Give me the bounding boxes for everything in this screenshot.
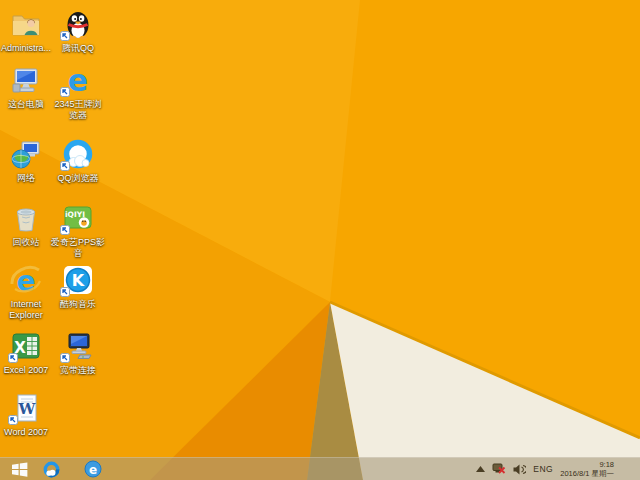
shortcut-arrow-icon [8,353,18,363]
shortcut-arrow-icon [60,31,70,41]
blue-e-browser-icon: e [62,64,94,96]
network-status-icon[interactable] [492,463,506,475]
desktop-icon-tencent-qq[interactable]: 腾讯QQ [46,8,110,54]
desktop-icon-label: 回收站 [13,237,40,248]
desktop-icon-qq-browser[interactable]: QQ浏览器 [46,138,110,184]
broadband-icon [62,330,94,362]
desktop-icon-this-pc[interactable]: 这台电脑 [0,64,52,110]
desktop-icon-iqiyi-pps[interactable]: iQIYI 爱奇艺PPS影 音 [46,202,110,258]
iqiyi-icon: iQIYI [62,202,94,234]
network-globe-icon [10,138,42,170]
desktop-icon-broadband[interactable]: 宽带连接 [46,330,110,376]
user-folder-icon [10,8,42,40]
recycle-bin-icon [10,202,42,234]
network-disconnected-icon [492,463,506,475]
desktop-icon-internet-explorer[interactable]: e Internet Explorer [0,264,52,320]
computer-icon [10,64,42,96]
language-indicator[interactable]: ENG [533,464,553,474]
desktop-icon-2345-browser[interactable]: e 2345王牌浏 览器 [46,64,110,120]
shortcut-arrow-icon [60,87,70,97]
shortcut-arrow-icon [60,225,70,235]
desktop-icon-label: Word 2007 [4,427,48,438]
chevron-up-icon [476,466,485,472]
taskbar: e ENG [0,457,640,480]
desktop-icon-label: Excel 2007 [4,365,49,376]
windows-logo-icon [11,462,28,477]
ie-icon: e [10,264,42,296]
svg-text:e: e [68,64,88,96]
desktop-icon-label: 爱奇艺PPS影 音 [51,237,105,258]
excel-icon: X [10,330,42,362]
svg-text:iQIYI: iQIYI [65,210,85,219]
volume-icon[interactable] [513,464,526,475]
show-desktop-button[interactable] [634,458,640,480]
desktop-icon-label: 腾讯QQ [62,43,94,54]
desktop-icon-recycle-bin[interactable]: 回收站 [0,202,52,248]
qq-penguin-icon [62,8,94,40]
ie-icon: e [84,460,102,478]
speaker-icon [513,464,526,475]
system-tray: ENG 9:18 2016/8/1 星期一 [476,458,640,480]
clock-time: 9:18 [560,460,614,469]
clock[interactable]: 9:18 2016/8/1 星期一 [560,460,614,478]
desktop-icon-label: QQ浏览器 [57,173,98,184]
word-icon: W [10,392,42,424]
shortcut-arrow-icon [8,415,18,425]
svg-text:W: W [18,400,37,418]
shortcut-arrow-icon [60,161,70,171]
clock-date: 2016/8/1 星期一 [560,469,614,478]
show-hidden-icons-button[interactable] [476,466,485,472]
desktop-icon-network[interactable]: 网络 [0,138,52,184]
desktop-icon-label: Internet Explorer [9,299,43,320]
start-button[interactable] [0,458,38,480]
desktop-icon-label: 网络 [17,173,35,184]
desktop-icon-word-2007[interactable]: W Word 2007 [0,392,52,438]
desktop-icon-label: 2345王牌浏 览器 [54,99,101,120]
kugou-icon: K [62,264,94,296]
desktop-icon-label: 宽带连接 [60,365,96,376]
taskbar-button-internet-explorer[interactable]: e [80,458,106,480]
desktop-icon-excel-2007[interactable]: X Excel 2007 [0,330,52,376]
taskbar-button-qq-browser[interactable] [38,458,64,480]
desktop-icon-label: 这台电脑 [8,99,44,110]
desktop: Administra... 腾讯QQ [0,0,640,480]
desktop-icon-kugou-music[interactable]: K 酷狗音乐 [46,264,110,310]
qq-browser-icon [62,138,94,170]
qq-browser-icon [43,461,60,478]
shortcut-arrow-icon [60,353,70,363]
desktop-icon-label: Administra... [1,43,51,54]
svg-text:K: K [72,271,85,290]
desktop-icon-administrator[interactable]: Administra... [0,8,52,54]
desktop-icon-label: 酷狗音乐 [60,299,96,310]
svg-text:e: e [89,463,97,477]
shortcut-arrow-icon [60,287,70,297]
